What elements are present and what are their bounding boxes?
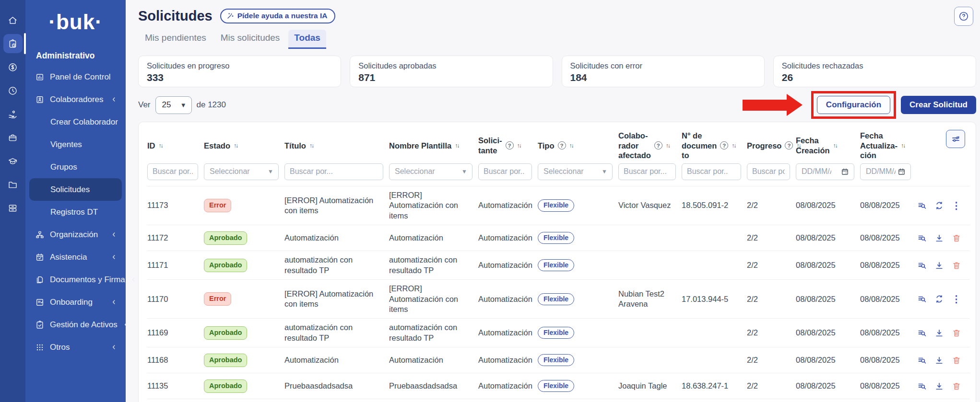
sidebar-item-colaboradores[interactable]: Colaboradores <box>29 88 122 111</box>
sidebar-item-crear-colaborador[interactable]: Crear Colaborador <box>29 111 122 133</box>
sidebar-item-panel-de-control[interactable]: Panel de Control <box>29 66 122 88</box>
cell-id: 11069 <box>147 399 204 402</box>
column-header-estado: Estado↑↓ <box>204 129 284 162</box>
sort-icon[interactable]: ↑↓ <box>732 142 735 149</box>
download-icon[interactable] <box>934 328 944 338</box>
tipo-badge: Flexible <box>538 259 574 271</box>
kebab-menu-icon[interactable]: ⋮ <box>951 294 961 304</box>
download-icon[interactable] <box>934 381 944 391</box>
sidebar-item-documentos-y-firma[interactable]: Documentos y Firma <box>29 268 122 291</box>
sidebar-item-solicitudes[interactable]: Solicitudes <box>29 178 122 201</box>
help-icon[interactable]: ? <box>558 141 566 149</box>
filter-input-titulo[interactable] <box>284 163 383 180</box>
filter-input-field[interactable] <box>682 164 741 180</box>
download-icon[interactable] <box>934 233 944 243</box>
cell-creacion: 08/08/2025 <box>796 373 860 399</box>
help-icon[interactable]: ? <box>785 141 793 149</box>
rail-item-home[interactable] <box>3 11 23 30</box>
delete-icon[interactable] <box>951 233 961 243</box>
table-row-11173: 11173Error[ERROR] Automatización con ite… <box>147 186 970 225</box>
tab-mis-solicitudes[interactable]: Mis solicitudes <box>215 30 286 49</box>
tab-todas[interactable]: Todas <box>288 30 326 49</box>
filter-input-progreso[interactable] <box>747 163 790 180</box>
sort-icon[interactable]: ↑↓ <box>833 142 837 149</box>
view-request-icon[interactable] <box>917 381 927 391</box>
sort-icon[interactable]: ↑↓ <box>455 142 459 149</box>
sort-icon[interactable]: ↑↓ <box>666 142 670 149</box>
sidebar-item-label: Solicitudes <box>50 185 90 195</box>
view-request-icon[interactable] <box>917 260 927 270</box>
filter-input-field[interactable] <box>285 164 383 180</box>
sidebar-item-gestion-de-activos[interactable]: Gestión de Activos <box>29 313 122 336</box>
delete-icon[interactable] <box>951 260 961 270</box>
filter-date-fecha-actualiza-cion[interactable]: DD/MM/AAAA <box>860 163 911 180</box>
sort-icon[interactable]: ↑↓ <box>569 142 573 149</box>
help-button[interactable] <box>954 7 973 26</box>
retry-icon[interactable] <box>934 201 944 211</box>
filter-select-estado[interactable]: Seleccionar▼ <box>204 163 279 180</box>
filter-input-solici-tante[interactable] <box>478 163 532 180</box>
stat-label: Solicitudes rechazadas <box>782 61 968 70</box>
sidebar-item-registros-dt[interactable]: Registros DT <box>29 201 122 223</box>
sidebar-item-grupos[interactable]: Grupos <box>29 156 122 178</box>
delete-icon[interactable] <box>951 355 961 365</box>
cell-actions: ⋮ <box>917 399 974 402</box>
table-row-11170: 11170Error[ERROR] Automatización con ite… <box>147 279 970 318</box>
filter-date-fecha-creacion[interactable]: DD/MM/AAAA <box>796 163 854 180</box>
sort-icon[interactable]: ↑↓ <box>234 142 237 149</box>
help-icon[interactable]: ? <box>720 141 728 149</box>
view-request-icon[interactable] <box>917 201 927 211</box>
filter-input-field[interactable] <box>148 164 198 180</box>
page-size-select[interactable]: 25 ▼ <box>155 96 192 114</box>
view-request-icon[interactable] <box>917 233 927 243</box>
filter-input-field[interactable] <box>479 164 531 180</box>
kebab-menu-icon[interactable]: ⋮ <box>951 201 961 211</box>
filter-input-field[interactable] <box>619 164 675 180</box>
download-icon[interactable] <box>934 260 944 270</box>
help-icon[interactable]: ? <box>654 141 662 149</box>
retry-icon[interactable] <box>934 294 944 304</box>
cell-plantilla: automatización con resultado TP <box>389 319 478 347</box>
view-request-icon[interactable] <box>917 355 927 365</box>
sidebar-item-vigentes[interactable]: Vigentes <box>29 133 122 156</box>
sidebar-item-label: Documentos y Firma <box>50 275 125 285</box>
view-request-icon[interactable] <box>917 294 927 304</box>
filter-input-colabo-rador-afectado[interactable] <box>618 163 676 180</box>
rail-item-cabinet[interactable] <box>3 198 23 218</box>
ai-help-button[interactable]: Pídele ayuda a nuestra IA <box>220 9 335 23</box>
sidebar-item-asistencia[interactable]: Asistencia <box>29 246 122 268</box>
rail-item-folder[interactable] <box>3 175 23 194</box>
sidebar-item-otros[interactable]: Otros <box>29 336 122 358</box>
delete-icon[interactable] <box>951 328 961 338</box>
rail-item-hand-heart[interactable] <box>3 104 23 124</box>
download-icon[interactable] <box>934 355 944 365</box>
configuracion-button[interactable]: Configuración <box>817 96 890 114</box>
filter-input-field[interactable] <box>747 164 790 180</box>
view-request-icon[interactable] <box>917 328 927 338</box>
column-settings-button[interactable] <box>946 130 965 148</box>
sort-icon[interactable]: ↑↓ <box>309 142 313 149</box>
help-icon[interactable]: ? <box>506 141 514 149</box>
rail-item-money-circle[interactable] <box>3 57 23 77</box>
rail-item-briefcase[interactable] <box>3 128 23 147</box>
filter-select-nombre-plantilla[interactable]: Seleccionar▼ <box>389 163 472 180</box>
rail-item-graduation-cap[interactable] <box>3 151 23 171</box>
filter-input-id[interactable] <box>147 163 198 180</box>
sidebar-item-onboarding[interactable]: Onboarding <box>29 291 122 313</box>
column-header-actions <box>917 129 970 162</box>
crear-solicitud-button[interactable]: Crear Solicitud <box>901 96 976 114</box>
sort-icon[interactable]: ↑↓ <box>901 142 905 149</box>
calendar-check-icon <box>35 253 45 262</box>
cell-colaborador: Nubian Test2 Aravena <box>618 280 682 318</box>
tab-mis-pendientes[interactable]: Mis pendientes <box>139 30 212 49</box>
rail-item-clock[interactable] <box>3 81 23 100</box>
sort-icon[interactable]: ↑↓ <box>159 142 163 149</box>
cell-id: 11173 <box>147 186 204 225</box>
delete-icon[interactable] <box>951 381 961 391</box>
filter-select-tipo[interactable]: Seleccionar▼ <box>538 163 613 180</box>
sidebar-item-organizacion[interactable]: Organización <box>29 223 122 246</box>
filter-input-n-de-documen-to[interactable] <box>682 163 741 180</box>
sidebar-item-label: Otros <box>50 343 70 352</box>
rail-item-clipboard-clock[interactable] <box>3 34 23 53</box>
sort-icon[interactable]: ↑↓ <box>517 142 521 149</box>
